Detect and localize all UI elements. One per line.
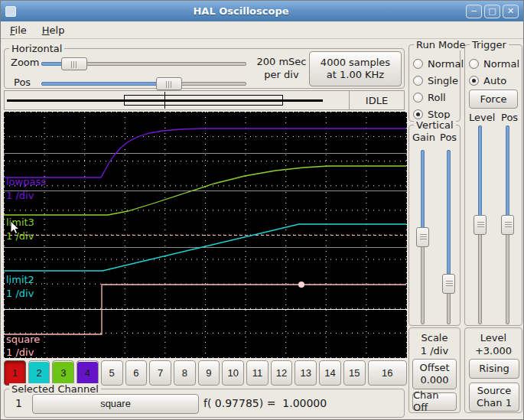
trigger-pos-slider-label: Pos (501, 112, 518, 123)
channel-button-row: 1 2 3 4 5 6 7 8 9 10 11 12 13 14 15 16 (4, 360, 407, 386)
trigger-level-readout: Level +3.000 (465, 331, 522, 357)
radio-icon[interactable] (413, 59, 423, 69)
run-mode-frame-label: Run Mode (414, 39, 467, 50)
channel-button-13[interactable]: 13 (295, 360, 317, 386)
slider-handle[interactable] (474, 215, 487, 235)
record-view-strip: IDLE (4, 90, 405, 110)
time-per-div-readout: 200 mSec per div (254, 55, 309, 81)
trace-scale-label-limit2: 1 /div (6, 288, 34, 299)
record-position-indicator (5, 91, 349, 109)
vertical-gain-slider[interactable] (416, 150, 429, 324)
offset-button[interactable]: Offset 0.000 (412, 359, 457, 389)
horizontal-frame-label: Horizontal (9, 43, 64, 54)
close-icon[interactable]: ✕ (503, 5, 519, 18)
gain-slider-label: Gain (412, 132, 435, 143)
run-mode-normal[interactable]: Normal (413, 58, 464, 70)
record-visible-window (124, 95, 283, 106)
radio-icon[interactable] (413, 76, 423, 86)
channel-button-4[interactable]: 4 (76, 360, 99, 386)
vertical-pos-slider[interactable] (442, 150, 455, 324)
channel-button-16[interactable]: 16 (368, 360, 407, 386)
channel-button-15[interactable]: 15 (343, 360, 366, 386)
trigger-normal[interactable]: Normal (469, 58, 519, 70)
trigger-level-slider[interactable] (474, 125, 487, 324)
vertical-scale-box: Scale 1 /div Offset 0.000 Chan Off (408, 327, 461, 413)
trace-scale-label-limit3: 1 /div (6, 230, 34, 242)
trigger-point-marker (298, 282, 304, 288)
trigger-level-slider-label: Level (469, 112, 495, 123)
scope-canvas: lowpass1 /divlimit31 /divlimit21 /divsqu… (4, 112, 407, 358)
channel-button-9[interactable]: 9 (198, 360, 220, 386)
vertical-frame: Vertical Gain Pos (408, 125, 461, 326)
window-title: HAL Oscilloscope (16, 5, 466, 17)
radio-icon[interactable] (413, 109, 423, 119)
channel-button-10[interactable]: 10 (222, 360, 244, 386)
channel-button-12[interactable]: 12 (271, 360, 293, 386)
slider-handle[interactable] (156, 77, 182, 90)
record-length-button[interactable]: 4000 samples at 1.00 KHz (309, 51, 402, 86)
slider-handle[interactable] (501, 215, 514, 235)
app-window: HAL Oscilloscope − □ ✕ File Help Horizon… (0, 0, 524, 420)
slider-handle[interactable] (416, 227, 429, 247)
trigger-frame-label: Trigger (470, 39, 509, 50)
horizontal-frame: Horizontal Zoom Pos 200 mSec per div 400… (4, 48, 405, 89)
selected-channel-source-button[interactable]: square (32, 394, 199, 414)
pos-slider-label: Pos (14, 77, 31, 88)
scope-display[interactable]: lowpass1 /divlimit31 /divlimit21 /divsqu… (4, 112, 407, 358)
radio-icon[interactable] (469, 59, 479, 69)
vertical-pos-slider-label: Pos (440, 132, 457, 143)
channel-button-1[interactable]: 1 (4, 360, 26, 386)
channel-button-6[interactable]: 6 (125, 360, 148, 386)
trigger-slope-button[interactable]: Rising (469, 359, 519, 379)
title-bar[interactable]: HAL Oscilloscope − □ ✕ (1, 1, 523, 21)
record-trigger-tick (164, 92, 165, 109)
window-icon (5, 6, 16, 17)
channel-button-2[interactable]: 2 (28, 360, 50, 386)
channel-button-11[interactable]: 11 (246, 360, 269, 386)
zoom-slider-label: Zoom (11, 57, 39, 68)
menu-file[interactable]: File (8, 23, 28, 37)
force-button[interactable]: Force (469, 90, 518, 109)
trigger-frame: Trigger Normal Auto Force Level Pos (464, 44, 522, 326)
run-mode-single[interactable]: Single (413, 75, 458, 86)
scale-readout: Scale 1 /div (409, 331, 460, 357)
channel-button-3[interactable]: 3 (52, 360, 74, 386)
trigger-pos-slider[interactable] (501, 125, 514, 324)
maximize-icon[interactable]: □ (484, 5, 500, 18)
channel-button-14[interactable]: 14 (319, 360, 341, 386)
trace-label-limit2: limit2 (6, 274, 34, 285)
trace-scale-label-square: 1 /div (6, 347, 34, 358)
radio-icon[interactable] (413, 93, 423, 103)
minimize-icon[interactable]: − (466, 5, 482, 18)
selected-channel-frame-label: Selected Channel (9, 383, 101, 395)
trigger-level-box: Level +3.000 Rising Source Chan 1 (464, 327, 522, 413)
menu-help[interactable]: Help (41, 23, 67, 37)
run-mode-stop[interactable]: Stop (413, 109, 451, 120)
trigger-source-button[interactable]: Source Chan 1 (469, 383, 519, 412)
vertical-frame-label: Vertical (414, 119, 456, 131)
trigger-auto[interactable]: Auto (469, 75, 506, 86)
trace-scale-label-lowpass: 1 /div (6, 190, 34, 201)
horizontal-pos-slider[interactable] (41, 77, 246, 90)
trace-label-lowpass: lowpass (6, 176, 46, 187)
radio-icon[interactable] (469, 76, 479, 86)
trace-label-square: square (6, 334, 40, 345)
slider-handle[interactable] (61, 57, 87, 70)
horizontal-zoom-slider[interactable] (41, 57, 246, 70)
run-mode-frame: Run Mode Normal Single Roll Stop (408, 44, 461, 122)
chan-off-button[interactable]: Chan Off (412, 392, 457, 411)
selected-channel-number: 1 (15, 397, 22, 409)
channel-button-5[interactable]: 5 (101, 360, 123, 386)
selected-channel-readout: f( 0.97785) = 1.00000 (203, 397, 327, 409)
channel-button-8[interactable]: 8 (174, 360, 196, 386)
run-mode-roll[interactable]: Roll (413, 92, 446, 103)
slider-handle[interactable] (442, 274, 455, 294)
selected-channel-frame: Selected Channel 1 square f( 0.97785) = … (4, 389, 405, 418)
status-badge: IDLE (349, 91, 404, 109)
channel-button-7[interactable]: 7 (149, 360, 171, 386)
menu-bar: File Help (1, 21, 523, 39)
